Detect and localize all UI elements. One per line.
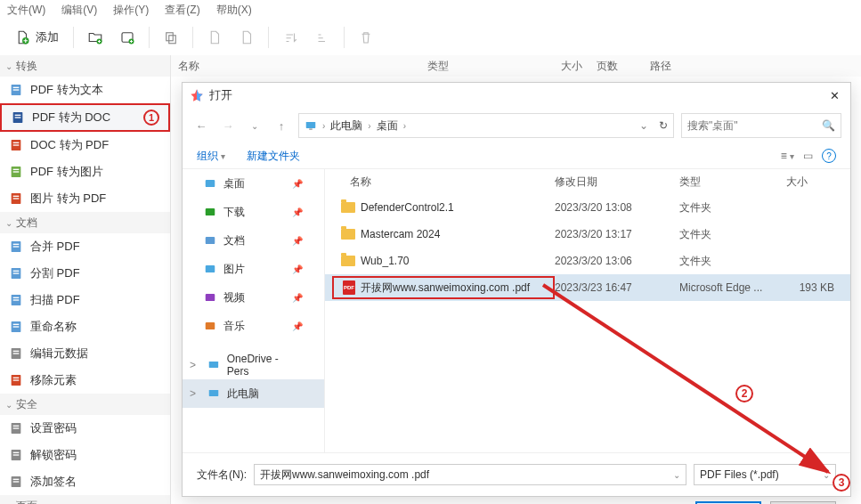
file-name-cell: Mastercam 2024 <box>332 228 555 240</box>
sidebar-item[interactable]: 编辑元数据 <box>0 340 170 367</box>
file-add-icon <box>14 29 30 45</box>
file-row[interactable]: Wub_1.702023/3/20 13:06文件夹 <box>325 248 850 274</box>
pin-icon: 📌 <box>292 293 303 303</box>
menu-action[interactable]: 操作(Y) <box>113 3 149 18</box>
search-box[interactable]: 🔍 <box>681 113 841 138</box>
fcol-date[interactable]: 修改日期 <box>555 175 679 190</box>
col-pages[interactable]: 页数 <box>589 59 643 74</box>
newfolder-button[interactable]: 新建文件夹 <box>247 149 300 164</box>
col-type[interactable]: 类型 <box>420 59 536 74</box>
sort-asc-icon <box>282 29 298 45</box>
sidebar-item[interactable]: PDF 转为 DOC1 <box>0 103 170 132</box>
svg-rect-4 <box>167 33 174 41</box>
file-button-2[interactable] <box>232 23 261 52</box>
sidebar-item[interactable]: 解锁密码 <box>0 442 170 468</box>
file-row[interactable]: Mastercam 20242023/3/20 13:17文件夹 <box>325 221 850 248</box>
svg-rect-25 <box>13 271 20 272</box>
recent-button[interactable]: ⌄ <box>245 116 264 135</box>
add-button[interactable]: 添加 <box>7 23 66 52</box>
sidebar-item[interactable]: DOC 转为 PDF <box>0 132 170 159</box>
sidebar-group-header[interactable]: ⌄页面 <box>0 495 170 504</box>
col-name[interactable]: 名称 <box>171 59 420 74</box>
sort-asc-button[interactable] <box>276 23 305 52</box>
filetype-select[interactable]: PDF Files (*.pdf) ⌄ <box>694 464 836 485</box>
svg-rect-46 <box>13 479 20 480</box>
sort-desc-button[interactable] <box>308 23 337 52</box>
svg-rect-11 <box>15 117 21 118</box>
svg-rect-5 <box>169 36 176 44</box>
open-dialog: 打开 ✕ ← → ⌄ ↑ › 此电脑 › 桌面 › ⌄ ↻ 🔍 组织 ▾ 新建文… <box>182 82 851 497</box>
back-button[interactable]: ← <box>191 116 211 135</box>
forward-button[interactable]: → <box>218 116 238 135</box>
sort-desc-icon <box>314 29 330 45</box>
pdf-icon: PDF <box>343 280 355 295</box>
up-button[interactable]: ↑ <box>272 116 291 135</box>
svg-rect-50 <box>206 180 215 187</box>
quick-access-item[interactable]: 文档📌 <box>183 226 324 255</box>
fcol-size[interactable]: 大小 <box>786 175 843 190</box>
menu-edit[interactable]: 编辑(V) <box>61 3 97 18</box>
folder-new-button[interactable] <box>113 23 142 52</box>
col-path[interactable]: 路径 <box>643 59 678 74</box>
quick-access-item[interactable]: 音乐📌 <box>183 312 324 340</box>
folder-new-icon <box>119 29 135 45</box>
path-bar[interactable]: › 此电脑 › 桌面 › ⌄ ↻ <box>298 113 674 138</box>
sidebar-item[interactable]: PDF 转为文本 <box>0 77 170 103</box>
nav-tree-item[interactable]: >OneDrive - Pers <box>183 351 324 379</box>
menu-view[interactable]: 查看(Z) <box>165 3 199 18</box>
sidebar-group-header[interactable]: ⌄转换 <box>0 55 170 77</box>
sidebar-item[interactable]: 扫描 PDF <box>0 287 170 313</box>
menu-help[interactable]: 帮助(X) <box>216 3 252 18</box>
view-mode-button[interactable]: ≡ ▾ <box>781 150 794 162</box>
scan-icon <box>9 293 23 307</box>
file-button-1[interactable] <box>200 23 229 52</box>
sidebar-item-label: 图片 转为 PDF <box>30 191 106 207</box>
svg-rect-23 <box>13 246 20 247</box>
sign-icon <box>9 475 23 489</box>
search-input[interactable] <box>687 119 822 132</box>
path-folder[interactable]: 桌面 <box>377 118 398 134</box>
folder-add-button[interactable] <box>81 23 110 52</box>
video-icon <box>204 291 216 304</box>
folder-icon <box>341 256 355 266</box>
path-dropdown[interactable]: ⌄ <box>639 119 648 132</box>
expand-icon: > <box>190 387 200 400</box>
sidebar-item[interactable]: 移除元素 <box>0 367 170 394</box>
sidebar-item[interactable]: 设置密码 <box>0 415 170 442</box>
filename-input[interactable]: 开拔网www.sanweimoxing.com .pdf ⌄ <box>254 464 686 485</box>
file-row[interactable]: DefenderControl2.12023/3/20 13:08文件夹 <box>325 194 850 221</box>
organize-menu[interactable]: 组织 ▾ <box>197 149 225 164</box>
add-label: 添加 <box>36 29 59 45</box>
sidebar-group-header[interactable]: ⌄安全 <box>0 394 170 415</box>
file-row[interactable]: PDF开拔网www.sanweimoxing.com .pdf2023/3/23… <box>325 274 850 301</box>
unlock-icon <box>9 448 23 462</box>
fcol-name[interactable]: 名称 <box>332 175 555 190</box>
app-icon <box>190 88 204 102</box>
quick-access-item[interactable]: 图片📌 <box>183 255 324 283</box>
quick-access-item[interactable]: 下载📌 <box>183 198 324 226</box>
sidebar-item[interactable]: 合并 PDF <box>0 233 170 260</box>
sidebar-item[interactable]: 分割 PDF <box>0 260 170 287</box>
close-button[interactable]: ✕ <box>825 89 843 102</box>
menu-file[interactable]: 文件(W) <box>7 3 45 18</box>
preview-button[interactable]: ▭ <box>803 150 813 162</box>
sidebar-item[interactable]: 重命名称 <box>0 313 170 340</box>
nav-tree-item[interactable]: >此电脑 <box>183 379 324 408</box>
sidebar-item[interactable]: 图片 转为 PDF <box>0 185 170 212</box>
delete-button[interactable] <box>352 23 380 52</box>
quick-access-item[interactable]: 桌面📌 <box>183 169 324 198</box>
sidebar-item[interactable]: PDF 转为图片 <box>0 159 170 185</box>
file-icon <box>207 29 223 45</box>
sidebar-group-header[interactable]: ⌄文档 <box>0 212 170 233</box>
svg-rect-13 <box>13 142 20 143</box>
svg-rect-7 <box>13 87 20 88</box>
path-root[interactable]: 此电脑 <box>330 118 362 134</box>
sidebar-item[interactable]: 添加签名 <box>0 468 170 495</box>
copy-button[interactable] <box>157 23 185 52</box>
fcol-type[interactable]: 类型 <box>679 175 786 190</box>
refresh-button[interactable]: ↻ <box>659 119 668 132</box>
filename-label: 文件名(N): <box>197 467 247 483</box>
quick-access-item[interactable]: 视频📌 <box>183 283 324 312</box>
col-size[interactable]: 大小 <box>536 59 589 74</box>
help-button[interactable]: ? <box>822 149 836 163</box>
